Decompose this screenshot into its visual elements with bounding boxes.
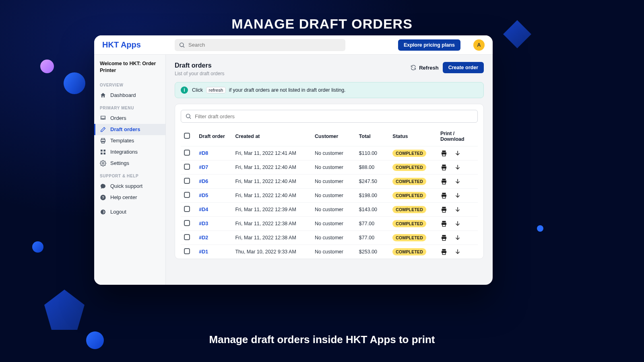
print-icon[interactable] (440, 220, 448, 227)
download-icon[interactable] (454, 164, 461, 171)
select-all-checkbox[interactable] (184, 133, 190, 139)
svg-rect-6 (103, 150, 105, 152)
refresh-button[interactable]: Refresh (410, 64, 438, 71)
status-badge: COMPLETED (392, 248, 426, 255)
row-checkbox[interactable] (184, 164, 190, 170)
th-created-at: Created at (232, 127, 312, 146)
table-row: #D6Fri, Mar 11, 2022 12:40 AMNo customer… (181, 175, 478, 189)
cell-total: $247.50 (356, 175, 389, 189)
svg-rect-21 (442, 196, 446, 198)
app-window: HKT Apps Explore pricing plans A Welcome… (94, 35, 493, 285)
sidebar-item-dashboard[interactable]: Dashboard (94, 90, 165, 101)
row-checkbox[interactable] (184, 150, 190, 156)
orders-card: Draft order Created at Customer Total St… (175, 104, 484, 259)
cell-total: $143.00 (356, 203, 389, 217)
cell-total: $77.00 (356, 231, 389, 245)
cell-customer: No customer (312, 217, 356, 231)
print-icon[interactable] (440, 178, 448, 185)
th-status: Status (389, 127, 437, 146)
cell-total: $198.00 (356, 189, 389, 203)
print-icon[interactable] (440, 150, 448, 157)
cell-created-at: Fri, Mar 11, 2022 12:38 AM (232, 231, 312, 245)
sidebar-item-logout[interactable]: Logout (94, 206, 165, 218)
cell-total: $253.00 (356, 245, 389, 259)
status-badge: COMPLETED (392, 206, 426, 213)
print-icon[interactable] (440, 248, 448, 255)
status-badge: COMPLETED (392, 150, 426, 157)
download-icon[interactable] (454, 220, 461, 227)
draft-order-link[interactable]: #D5 (199, 193, 208, 198)
cell-created-at: Fri, Mar 11, 2022 12:40 AM (232, 160, 312, 175)
download-icon[interactable] (454, 192, 461, 199)
sidebar-item-integrations[interactable]: Integrations (94, 146, 165, 158)
cell-customer: No customer (312, 203, 356, 217)
table-row: #D2Fri, Mar 11, 2022 12:38 AMNo customer… (181, 231, 478, 245)
row-checkbox[interactable] (184, 234, 190, 240)
cell-customer: No customer (312, 160, 356, 175)
draft-order-link[interactable]: #D2 (199, 235, 208, 241)
svg-line-1 (183, 46, 184, 47)
download-icon[interactable] (454, 206, 461, 213)
draft-order-link[interactable]: #D4 (199, 207, 208, 212)
row-checkbox[interactable] (184, 248, 190, 254)
svg-rect-29 (442, 253, 446, 255)
create-order-button[interactable]: Create order (443, 62, 484, 73)
download-icon[interactable] (454, 234, 461, 241)
cell-customer: No customer (312, 245, 356, 259)
cell-total: $88.00 (356, 160, 389, 175)
svg-rect-19 (442, 182, 446, 184)
draft-order-link[interactable]: #D1 (199, 249, 208, 255)
svg-point-9 (102, 162, 104, 164)
sidebar-item-settings[interactable]: Settings (94, 158, 165, 169)
draft-order-link[interactable]: #D8 (199, 150, 208, 156)
sidebar-item-orders[interactable]: Orders (94, 113, 165, 124)
explore-plans-button[interactable]: Explore pricing plans (398, 39, 460, 51)
svg-rect-15 (442, 154, 446, 156)
cell-created-at: Fri, Mar 11, 2022 12:40 AM (232, 175, 312, 189)
row-checkbox[interactable] (184, 192, 190, 198)
sidebar-item-draft-orders[interactable]: Draft orders (94, 124, 165, 135)
cell-created-at: Thu, Mar 10, 2022 9:33 AM (232, 245, 312, 259)
refresh-chip[interactable]: refresh (206, 87, 226, 93)
gear-icon (100, 160, 106, 167)
main-content: Draft orders List of your draft orders R… (166, 55, 493, 285)
global-search-input[interactable] (188, 42, 341, 48)
status-badge: COMPLETED (392, 164, 426, 171)
sidebar-item-help-center[interactable]: ? Help center (94, 192, 165, 203)
sidebar-item-templates[interactable]: Templates (94, 135, 165, 146)
row-checkbox[interactable] (184, 206, 190, 212)
info-icon: i (181, 86, 188, 94)
cell-created-at: Fri, Mar 11, 2022 12:41 AM (232, 146, 312, 160)
print-icon[interactable] (440, 234, 448, 241)
page-title: Draft orders (175, 62, 410, 69)
row-checkbox[interactable] (184, 220, 190, 226)
sidebar-item-quick-support[interactable]: Quick support (94, 181, 165, 192)
print-icon[interactable] (440, 206, 448, 213)
svg-rect-25 (442, 224, 446, 226)
table-row: #D8Fri, Mar 11, 2022 12:41 AMNo customer… (181, 146, 478, 160)
table-row: #D4Fri, Mar 11, 2022 12:39 AMNo customer… (181, 203, 478, 217)
avatar[interactable]: A (473, 39, 485, 51)
cell-created-at: Fri, Mar 11, 2022 12:38 AM (232, 217, 312, 231)
svg-rect-23 (442, 210, 446, 212)
print-icon[interactable] (440, 192, 448, 199)
download-icon[interactable] (454, 150, 461, 157)
sidebar-item-label: Quick support (110, 183, 142, 189)
cell-total: $77.00 (356, 217, 389, 231)
filter-input-wrap[interactable] (181, 110, 478, 123)
brand-logo: HKT Apps (102, 40, 167, 49)
svg-point-0 (180, 43, 184, 46)
draft-order-link[interactable]: #D6 (199, 179, 208, 184)
print-icon[interactable] (440, 164, 448, 171)
download-icon[interactable] (454, 178, 461, 185)
bg-orb (537, 225, 543, 232)
status-badge: COMPLETED (392, 192, 426, 199)
download-icon[interactable] (454, 248, 461, 255)
draft-order-link[interactable]: #D7 (199, 165, 208, 170)
global-search[interactable] (175, 39, 345, 51)
bg-orb (32, 241, 43, 253)
draft-order-link[interactable]: #D3 (199, 221, 208, 226)
filter-input[interactable] (195, 113, 473, 119)
sidebar: Welcome to HKT: Order Printer OVERVIEW D… (94, 55, 166, 285)
row-checkbox[interactable] (184, 178, 190, 184)
